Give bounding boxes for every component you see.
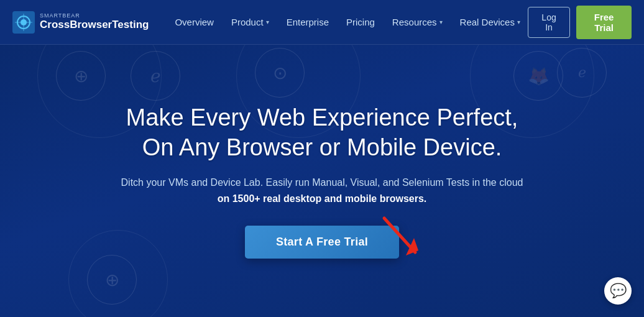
hero-content: Make Every Web Experience Perfect, On An… bbox=[121, 103, 523, 258]
safari-browser-icon: ⊕ bbox=[56, 51, 106, 101]
chevron-down-icon: ▾ bbox=[439, 19, 443, 25]
edge-browser-icon: ℯ bbox=[557, 48, 607, 98]
nav-item-pricing[interactable]: Pricing bbox=[339, 12, 382, 32]
free-trial-button[interactable]: Free Trial bbox=[576, 6, 632, 39]
opera-browser-icon: ⊙ bbox=[255, 48, 305, 98]
nav-actions: Log In Free Trial bbox=[528, 6, 632, 39]
chat-widget[interactable]: 💬 bbox=[604, 277, 632, 305]
hero-section: ⊕ ℯ ⊙ 🦊 ℯ ⊕ Make Every Web Experience Pe… bbox=[0, 45, 644, 317]
nav-item-enterprise[interactable]: Enterprise bbox=[279, 12, 336, 32]
arrow-indicator bbox=[372, 206, 434, 270]
red-arrow-icon bbox=[372, 206, 434, 268]
login-button[interactable]: Log In bbox=[528, 7, 570, 38]
chrome-browser-icon: ⊕ bbox=[87, 255, 137, 305]
chevron-down-icon: ▾ bbox=[266, 19, 269, 25]
chat-icon-symbol: 💬 bbox=[610, 283, 627, 299]
hero-subtitle: Ditch your VMs and Device Lab. Easily ru… bbox=[121, 175, 523, 206]
firefox-browser-icon: 🦊 bbox=[513, 51, 563, 101]
logo-text: SMARTBEAR CrossBrowserTesting bbox=[40, 13, 149, 31]
nav-item-real-devices[interactable]: Real Devices ▾ bbox=[453, 12, 528, 32]
product-name-label: CrossBrowserTesting bbox=[40, 19, 149, 31]
logo-icon bbox=[12, 11, 35, 34]
nav-item-product[interactable]: Product ▾ bbox=[224, 12, 277, 32]
nav-links: Overview Product ▾ Enterprise Pricing Re… bbox=[167, 12, 528, 32]
hero-title: Make Every Web Experience Perfect, On An… bbox=[121, 103, 523, 162]
nav-item-overview[interactable]: Overview bbox=[167, 12, 221, 32]
chevron-down-icon: ▾ bbox=[517, 19, 520, 25]
navbar: SMARTBEAR CrossBrowserTesting Overview P… bbox=[0, 0, 644, 45]
ie-browser-icon: ℯ bbox=[131, 51, 180, 101]
nav-item-resources[interactable]: Resources ▾ bbox=[385, 12, 450, 32]
logo[interactable]: SMARTBEAR CrossBrowserTesting bbox=[12, 11, 149, 34]
